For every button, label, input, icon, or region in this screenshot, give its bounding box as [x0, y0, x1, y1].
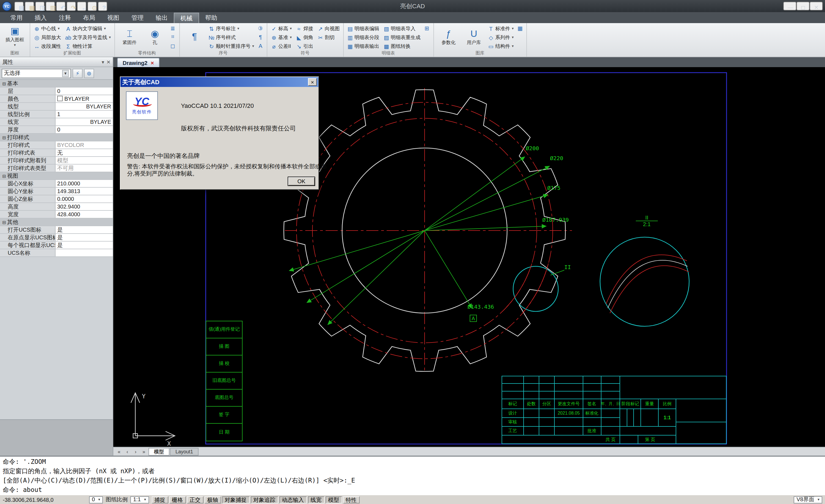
status-toggle[interactable]: 对象追踪 — [250, 496, 278, 503]
frame-side-table[interactable]: 借(通)用件登记描 图描 校旧底图总号底图总号签 字日 期 — [206, 321, 242, 441]
fastener-button[interactable]: ⌶ 紧固件 — [117, 24, 142, 50]
property-row[interactable]: 视图 — [0, 172, 113, 180]
property-row[interactable]: 线型 BYLAYER — [0, 103, 113, 111]
save-file-icon[interactable]: ◫ — [35, 1, 45, 11]
property-row[interactable]: 在原点显示UCS图标 是 — [0, 234, 113, 241]
section-button[interactable]: ✂ 剖切 — [316, 33, 341, 42]
bom-edit-button[interactable]: ▤ 明细表编辑 — [346, 24, 380, 33]
insert-frame-button[interactable]: ▣ 插入图框 ▾ — [2, 24, 27, 50]
parametric-button[interactable]: ƒ 参数化 — [436, 24, 461, 50]
command-line[interactable]: 命令: '.ZOOM指定窗口的角点，输入比例因子 (nX 或 nXP)，或者[全… — [0, 455, 825, 495]
property-row[interactable]: 厚度 0 — [0, 126, 113, 134]
bom-export-button[interactable]: ▦ 明细表输出 — [346, 42, 380, 51]
menu-tab[interactable]: 注释 — [53, 13, 77, 23]
property-row[interactable]: 宽度 428.4000 — [0, 211, 113, 218]
status-toggle[interactable]: 捕捉 — [152, 496, 168, 503]
seq-mini-icon[interactable]: ③ — [256, 24, 265, 32]
chamfer-button[interactable]: ◣ 倒角 — [295, 33, 314, 42]
settings-icon[interactable]: ⊚ — [84, 69, 94, 78]
seq-big-button[interactable]: ¶ — [182, 24, 207, 50]
status-toggle[interactable]: 模型 — [325, 496, 342, 503]
status-toggle[interactable]: 栅格 — [169, 496, 185, 503]
property-calc-button[interactable]: Σ 物性计算 — [64, 42, 112, 51]
ui-mode-dropdown[interactable]: V8界面 ▾ — [794, 496, 823, 503]
detail-enlarge-button[interactable]: ◎ 局部放大 — [32, 33, 62, 42]
property-row[interactable]: 层 0 — [0, 87, 113, 95]
menu-tab[interactable]: 机械 — [174, 13, 199, 23]
quick-select-icon[interactable]: ⚡ — [73, 69, 82, 78]
menu-tab[interactable]: 常用 — [4, 13, 28, 23]
series-parts-button[interactable]: ◇ 系列件 — [486, 33, 515, 42]
property-row[interactable]: 圆心X坐标 210.0000 — [0, 180, 113, 188]
new-file-icon[interactable]: ▤ — [14, 1, 24, 11]
part-mini-icon[interactable]: ⌗ — [168, 32, 177, 41]
menu-tab[interactable]: 插入 — [28, 13, 53, 23]
seq-annotate-button[interactable]: ⇅ 序号标注 — [207, 24, 255, 33]
paper-scale-dropdown[interactable]: 1:1 ▾ — [130, 496, 149, 503]
bom-grid-icon[interactable]: ⊞ — [423, 24, 431, 32]
text-coverline-button[interactable]: ab 文字及符号盖线 — [64, 33, 112, 42]
hole-button[interactable]: ◉ 孔 — [142, 24, 167, 50]
segment-props-button[interactable]: ↔ 改段属性 — [32, 42, 62, 51]
status-toggle[interactable]: 正交 — [187, 496, 203, 503]
help-icon[interactable]: ? — [98, 1, 107, 11]
menu-tab[interactable]: 帮助 — [199, 13, 223, 23]
property-row[interactable]: 打印样式表类型 不可用 — [0, 164, 113, 172]
panel-dock-icon[interactable]: ▾ — [102, 59, 104, 65]
library-browser-icon[interactable]: ▦ — [516, 24, 524, 32]
part-mini-icon[interactable]: ≣ — [168, 24, 177, 32]
layout-tab[interactable]: 模型 — [149, 448, 169, 455]
view-arrow-button[interactable]: ↗ 向视图 — [316, 24, 341, 33]
property-row[interactable]: 其他 — [0, 218, 113, 226]
property-row[interactable]: 圆心Z坐标 0.0000 — [0, 195, 113, 203]
redo-icon[interactable]: ↷ — [67, 1, 76, 11]
zoom-icon[interactable]: ⊙ — [87, 1, 97, 11]
tab-next-icon[interactable]: › — [132, 449, 139, 454]
tab-prev-icon[interactable]: ‹ — [124, 449, 131, 454]
ok-button[interactable]: OK — [288, 176, 315, 186]
layout-tab[interactable]: Layout1 — [170, 448, 199, 455]
property-row[interactable]: 打开UCS图标 是 — [0, 226, 113, 234]
tab-close-icon[interactable]: × — [151, 60, 154, 66]
maximize-button[interactable]: ◻ — [797, 2, 810, 10]
close-button[interactable]: ✕ — [810, 2, 823, 10]
structure-parts-button[interactable]: ▭ 结构件 — [486, 42, 515, 51]
property-row[interactable]: 颜色 BYLAYER — [0, 95, 113, 103]
status-toggle[interactable]: 特性 — [343, 496, 359, 503]
dialog-close-icon[interactable]: × — [308, 78, 317, 86]
datum-button[interactable]: ⊕ 基准 — [270, 33, 293, 42]
plot-icon[interactable]: ▥ — [46, 1, 55, 11]
seq-style-button[interactable]: № 序号样式 — [207, 33, 255, 42]
status-toggle[interactable]: 动态输入 — [279, 496, 307, 503]
elevation-button[interactable]: ✓ 标高 — [270, 24, 293, 33]
selection-dropdown[interactable]: 无选择 ▾ — [2, 69, 71, 78]
undo-icon[interactable]: ↶ — [56, 1, 65, 11]
title-block[interactable]: 标记 处数 分区 更改文件号 签名 年、月、日 设计 2021.08.05 标准… — [502, 376, 727, 444]
status-toggle[interactable]: 线宽 — [308, 496, 324, 503]
bom-split-button[interactable]: ▥ 明细表分段 — [346, 33, 380, 42]
bom-regen-button[interactable]: ▨ 明细表重生成 — [382, 33, 422, 42]
block-text-edit-button[interactable]: A 块内文字编辑 — [64, 24, 112, 33]
status-toggle[interactable]: 极轴 — [204, 496, 221, 503]
dialog-title-bar[interactable]: 关于亮创CAD × — [121, 77, 318, 87]
user-library-button[interactable]: U 用户库 — [461, 24, 486, 50]
leader-button[interactable]: ↘ 引出 — [295, 42, 314, 51]
panel-close-icon[interactable]: ✕ — [106, 59, 110, 65]
weld-button[interactable]: ≈ 焊接 — [295, 24, 314, 33]
tab-first-icon[interactable]: « — [116, 449, 123, 454]
centerline-button[interactable]: ⊕ 中心线 — [32, 24, 62, 33]
property-row[interactable]: 线型比例 1 — [0, 111, 113, 118]
pan-icon[interactable]: ↔ — [77, 1, 86, 11]
seq-rearrange-button[interactable]: ↻ 顺时针重排序号 — [207, 42, 255, 51]
part-mini-icon[interactable]: ◻ — [168, 41, 177, 50]
bom-import-button[interactable]: ▧ 明细表导入 — [382, 24, 422, 33]
property-row[interactable]: 打印样式 BYCOLOR — [0, 141, 113, 149]
document-tab[interactable]: Drawing2 × — [117, 58, 159, 67]
layer-dropdown[interactable]: 0 ▾ — [89, 496, 103, 503]
sheet-convert-button[interactable]: ▩ 图纸转换 — [382, 42, 422, 51]
menu-tab[interactable]: 布局 — [77, 13, 101, 23]
standard-parts-button[interactable]: T 标准件 — [486, 24, 515, 33]
seq-mini-icon[interactable]: ¶ — [256, 32, 265, 41]
menu-tab[interactable]: 输出 — [150, 13, 174, 23]
property-row[interactable]: 基本 — [0, 80, 113, 87]
